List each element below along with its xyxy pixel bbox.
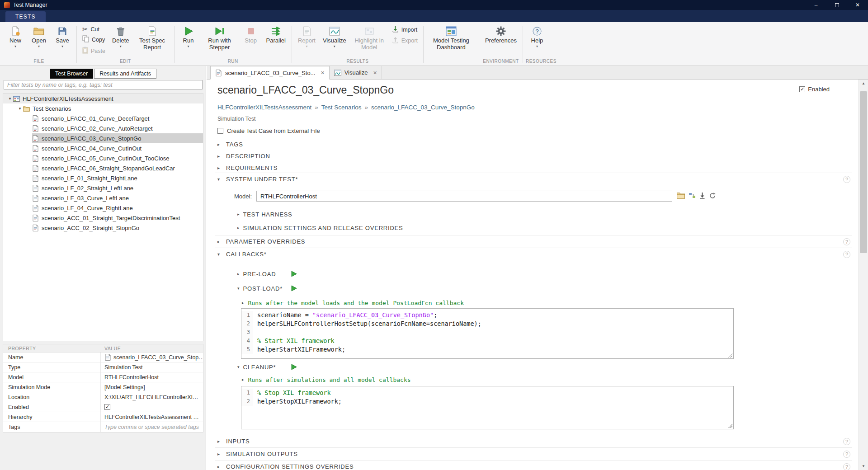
run-with-stepper-button[interactable]: Run with Stepper	[201, 24, 239, 51]
run-pre-load-button[interactable]	[291, 271, 297, 278]
doc-tab-scenario[interactable]: scenario_LFACC_03_Curve_Sto... ×	[210, 66, 330, 80]
parallel-button[interactable]: Parallel	[263, 24, 289, 45]
collapsed-arrow-icon: ▸	[217, 154, 222, 159]
visualize-button[interactable]: Visualize ▾	[320, 24, 349, 49]
tree-item-test[interactable]: scenario_LF_02_Straight_LeftLane	[3, 183, 203, 193]
help-question-icon[interactable]: ?	[843, 463, 850, 470]
tree-item-test[interactable]: scenario_LFACC_05_Curve_CutInOut_TooClos…	[3, 153, 203, 163]
test-spec-report-button[interactable]: Test Spec Report	[133, 24, 171, 51]
new-button[interactable]: New ▾	[4, 24, 27, 49]
resize-grip[interactable]	[728, 423, 732, 428]
breadcrumb-link-suite[interactable]: HLFControllerXILTestsAssessment	[217, 104, 311, 111]
section-callbacks[interactable]: ▾ CALLBACKS* ?	[215, 248, 852, 260]
post-load-code-editor[interactable]: 1scenarioName = "scenario_LFACC_03_Curve…	[241, 308, 734, 359]
tree-item-test-selected[interactable]: scenario_LFACC_03_Curve_StopnGo	[3, 133, 203, 143]
tree-item-test[interactable]: scenario_LF_03_Curve_LeftLane	[3, 193, 203, 203]
scroll-down-button[interactable]: ▼	[859, 462, 868, 470]
help-question-icon[interactable]: ?	[843, 438, 850, 445]
property-row-enabled[interactable]: Enabled	[3, 402, 203, 412]
run-post-load-button[interactable]	[291, 285, 297, 293]
section-pre-load[interactable]: ▸ PRE-LOAD	[237, 268, 276, 279]
tree-item-test[interactable]: scenario_LF_01_Straight_RightLane	[3, 173, 203, 183]
collapse-arrow-icon[interactable]: ▾	[17, 106, 23, 111]
help-question-icon[interactable]: ?	[843, 451, 850, 458]
close-icon[interactable]: ×	[321, 69, 324, 76]
test-file-icon	[104, 354, 111, 361]
create-harness-icon[interactable]	[689, 192, 696, 200]
cleanup-code-editor[interactable]: 1% Stop XIL framework 2helperStopXILFram…	[241, 386, 734, 429]
section-description[interactable]: ▸ DESCRIPTION	[217, 150, 852, 162]
pin-model-icon[interactable]	[699, 192, 705, 200]
tags-input[interactable]: Type comma or space separated tags	[101, 422, 203, 432]
help-question-icon[interactable]: ?	[843, 238, 850, 245]
open-button[interactable]: Open ▾	[28, 24, 50, 49]
property-row-hierarchy[interactable]: Hierarchy HLFControllerXILTestsAssessmen…	[3, 412, 203, 422]
section-tags[interactable]: ▸ TAGS	[217, 138, 852, 150]
section-inputs[interactable]: ▸ INPUTS ?	[215, 435, 852, 447]
save-button[interactable]: Save ▾	[51, 24, 74, 49]
close-button[interactable]: ✕	[847, 0, 868, 10]
section-post-load[interactable]: ▾ POST-LOAD*	[237, 283, 283, 294]
property-row-tags[interactable]: Tags Type comma or space separated tags	[3, 422, 203, 432]
tree-item-test[interactable]: scenario_ACC_01_Straight_TargetDiscrimin…	[3, 213, 203, 223]
minimize-button[interactable]: –	[806, 0, 826, 10]
breadcrumb-link-test[interactable]: scenario_LFACC_03_Curve_StopnGo	[371, 104, 475, 111]
section-test-harness[interactable]: ▸ TEST HARNESS	[237, 209, 292, 220]
tab-results-and-artifacts[interactable]: Results and Artifacts	[94, 69, 156, 79]
tree-item-test[interactable]: scenario_LFACC_06_Straight_StopandGoLead…	[3, 163, 203, 173]
export-button: Export	[389, 36, 420, 45]
tree-item-test[interactable]: scenario_LFACC_01_Curve_DecelTarget	[3, 113, 203, 123]
section-configuration-settings-overrides[interactable]: ▸ CONFIGURATION SETTINGS OVERRIDES ?	[215, 460, 852, 470]
section-system-under-test[interactable]: ▾ SYSTEM UNDER TEST* ?	[215, 173, 852, 185]
collapsed-arrow-icon[interactable]: ▸	[242, 377, 244, 382]
run-cleanup-button[interactable]	[291, 364, 297, 371]
section-cleanup[interactable]: ▾ CLEANUP*	[237, 362, 276, 372]
open-model-folder-icon[interactable]	[677, 192, 685, 200]
enabled-checkbox[interactable]	[799, 86, 805, 92]
run-button[interactable]: Run ▾	[177, 24, 200, 49]
tree-root-item[interactable]: ▾ HLFControllerXILTestsAssessment	[3, 94, 203, 103]
scrollbar-thumb[interactable]	[860, 91, 867, 253]
cut-button[interactable]: ✂ Cut	[80, 25, 102, 33]
maximize-button[interactable]	[826, 0, 847, 10]
model-input[interactable]	[256, 191, 672, 202]
refresh-icon[interactable]	[709, 192, 716, 201]
property-row-simulation-mode[interactable]: Simulation Mode [Model Settings]	[3, 382, 203, 392]
property-row-model[interactable]: Model RTHLFControllerHost	[3, 372, 203, 382]
tab-test-browser[interactable]: Test Browser	[50, 69, 93, 79]
tree-item-test[interactable]: scenario_LFACC_02_Curve_AutoRetarget	[3, 123, 203, 133]
collapse-arrow-icon[interactable]: ▾	[7, 96, 13, 101]
help-question-icon[interactable]: ?	[843, 176, 850, 183]
section-requirements[interactable]: ▸ REQUIREMENTS	[217, 162, 852, 174]
breadcrumb-link-folder[interactable]: Test Scenarios	[321, 104, 362, 111]
tab-tests[interactable]: TESTS	[5, 11, 46, 22]
collapsed-arrow-icon[interactable]: ▸	[242, 301, 244, 305]
delete-button[interactable]: Delete ▾	[109, 24, 132, 49]
help-question-icon[interactable]: ?	[843, 251, 850, 258]
enabled-checkbox[interactable]	[104, 404, 110, 410]
ribbon-group-environment: Preferences ENVIRONMENT	[480, 24, 522, 66]
property-row-location[interactable]: Location X:\XIL\ART_HLFC\HLFControllerXI…	[3, 392, 203, 402]
close-icon[interactable]: ×	[373, 69, 377, 76]
property-row-type[interactable]: Type Simulation Test	[3, 362, 203, 372]
doc-tab-visualize[interactable]: Visualize ×	[330, 66, 382, 79]
chevron-down-icon: ▾	[306, 44, 307, 48]
section-simulation-settings[interactable]: ▸ SIMULATION SETTINGS AND RELEASE OVERRI…	[237, 222, 403, 233]
property-row-name[interactable]: Name scenario_LFACC_03_Curve_Stop…	[3, 352, 203, 362]
model-testing-dashboard-button[interactable]: Model Testing Dashboard	[426, 24, 476, 51]
collapsed-arrow-icon: ▸	[237, 272, 240, 276]
section-simulation-outputs[interactable]: ▸ SIMULATION OUTPUTS ?	[215, 447, 852, 460]
resize-grip[interactable]	[728, 353, 732, 357]
section-parameter-overrides[interactable]: ▸ PARAMETER OVERRIDES ?	[215, 235, 852, 247]
import-button[interactable]: Import	[389, 25, 420, 34]
tree-folder-item[interactable]: ▾ Test Scenarios	[3, 103, 203, 113]
tree-item-test[interactable]: scenario_ACC_02_Straight_StopnGo	[3, 223, 203, 233]
tree-item-test[interactable]: scenario_LF_04_Curve_RightLane	[3, 203, 203, 213]
tree-item-test[interactable]: scenario_LFACC_04_Curve_CutInOut	[3, 143, 203, 153]
external-file-checkbox[interactable]	[217, 128, 223, 134]
scroll-up-button[interactable]: ▲	[859, 80, 868, 87]
copy-button[interactable]: Copy	[80, 35, 108, 44]
filter-tests-input[interactable]	[4, 80, 203, 89]
help-button[interactable]: ? Help ▾	[526, 24, 548, 49]
preferences-button[interactable]: Preferences	[482, 24, 520, 45]
